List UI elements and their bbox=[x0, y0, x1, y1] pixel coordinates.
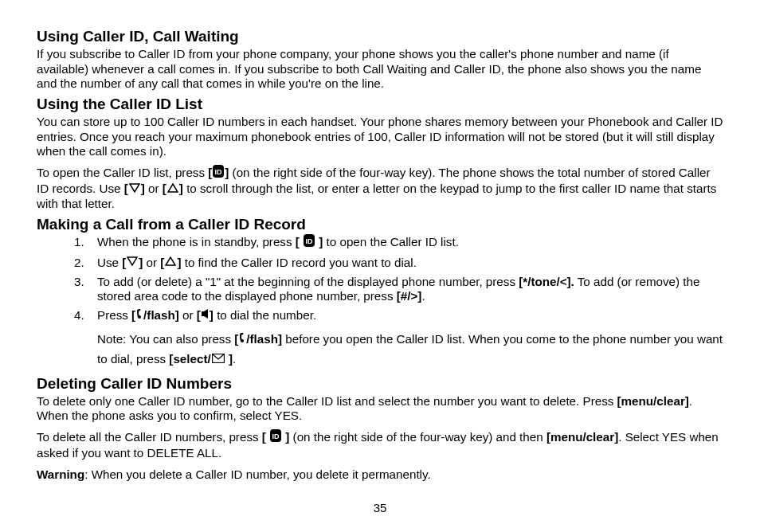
list-item: Press [/flash] or [] to dial the number.… bbox=[88, 308, 723, 370]
list-item: Use [] or [] to find the Caller ID recor… bbox=[88, 256, 723, 271]
id-icon bbox=[270, 429, 281, 446]
page-number: 35 bbox=[37, 501, 723, 515]
up-arrow-icon bbox=[167, 182, 178, 197]
heading-caller-id-list: Using the Caller ID List bbox=[37, 95, 723, 113]
up-arrow-icon bbox=[165, 255, 176, 270]
paragraph: To delete all the Caller ID numbers, pre… bbox=[37, 430, 723, 461]
paragraph: You can store up to 100 Caller ID number… bbox=[37, 115, 723, 159]
steps-list: When the phone is in standby, press [ ] … bbox=[37, 235, 723, 370]
id-icon bbox=[213, 165, 224, 182]
list-item: To add (or delete) a "1" at the beginnin… bbox=[88, 275, 723, 304]
note: Note: You can also press [/flash] before… bbox=[97, 330, 723, 370]
heading-deleting: Deleting Caller ID Numbers bbox=[37, 374, 723, 393]
down-arrow-icon bbox=[127, 255, 138, 270]
list-item: When the phone is in standby, press [ ] … bbox=[88, 235, 723, 252]
paragraph: To open the Caller ID list, press [] (on… bbox=[37, 166, 723, 212]
speaker-icon bbox=[202, 308, 209, 323]
heading-making-call: Making a Call from a Caller ID Record bbox=[37, 215, 723, 233]
paragraph: If you subscribe to Caller ID from your … bbox=[37, 47, 723, 92]
down-arrow-icon bbox=[129, 182, 140, 197]
phone-icon bbox=[239, 330, 245, 349]
envelope-icon bbox=[212, 350, 225, 369]
paragraph: To delete only one Caller ID number, go … bbox=[37, 394, 723, 424]
heading-caller-id-waiting: Using Caller ID, Call Waiting bbox=[37, 27, 723, 45]
phone-icon bbox=[136, 308, 143, 323]
warning-paragraph: Warning: When you delete a Caller ID num… bbox=[37, 467, 723, 483]
id-icon bbox=[304, 234, 315, 251]
